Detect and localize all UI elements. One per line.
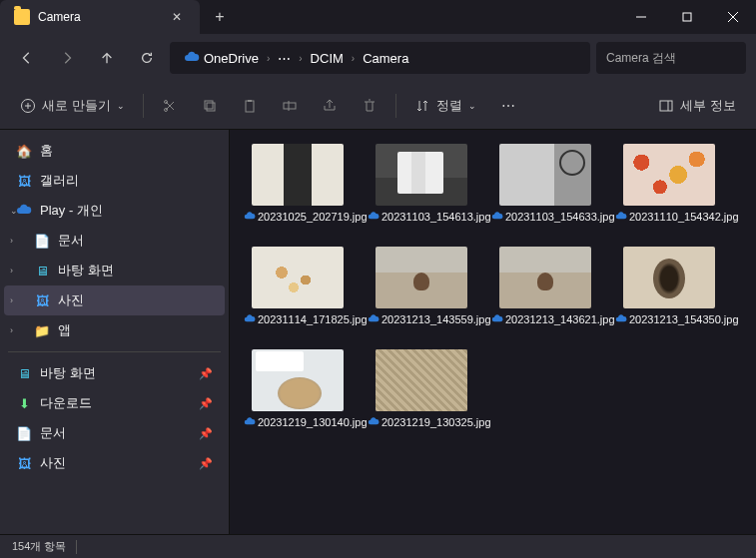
thumbnail [252, 247, 344, 308]
close-tab-icon[interactable]: ✕ [172, 10, 186, 24]
sort-button[interactable]: 정렬 ⌄ [404, 89, 486, 123]
file-name: 20231219_130140.jpg [244, 415, 352, 430]
details-pane-button[interactable]: 세부 정보 [648, 89, 746, 123]
sidebar-pin-downloads[interactable]: ⬇다운로드📌 [4, 388, 225, 418]
thumbnail [499, 247, 591, 308]
up-button[interactable] [90, 41, 124, 75]
sidebar-pin-pictures[interactable]: 🖼사진📌 [4, 448, 225, 478]
bc-dcim[interactable]: DCIM [307, 49, 348, 68]
forward-button[interactable] [50, 41, 84, 75]
chevron-right-icon[interactable]: › [10, 325, 13, 335]
file-grid[interactable]: 20231025_202719.jpg20231103_154613.jpg20… [230, 130, 756, 534]
tab-camera[interactable]: Camera ✕ [0, 0, 200, 34]
pin-icon: 📌 [199, 367, 213, 380]
document-icon: 📄 [34, 233, 50, 249]
thumbnail [376, 349, 467, 411]
sidebar-item-documents[interactable]: ›📄문서 [4, 226, 225, 256]
more-button[interactable]: ⋯ [490, 89, 526, 123]
file-name: 20231103_154613.jpg [368, 210, 475, 225]
item-count: 154개 항목 [12, 539, 66, 554]
file-name: 20231213_143559.jpg [368, 312, 475, 327]
pictures-icon: 🖼 [34, 292, 50, 308]
cut-button[interactable] [152, 89, 188, 123]
sidebar-pin-desktop[interactable]: 🖥바탕 화면📌 [4, 358, 225, 388]
minimize-button[interactable] [618, 0, 664, 34]
maximize-button[interactable] [664, 0, 710, 34]
navbar: OneDrive › ⋯ › DCIM › Camera Camera 검색 [0, 34, 756, 82]
sidebar-item-onedrive[interactable]: ⌄Play - 개인 [4, 196, 225, 226]
cloud-sync-icon [491, 313, 503, 325]
back-button[interactable] [10, 41, 44, 75]
svg-rect-9 [246, 101, 254, 112]
delete-button[interactable] [352, 89, 387, 123]
copy-button[interactable] [192, 89, 228, 123]
file-item[interactable]: 20231219_130140.jpg [244, 349, 352, 430]
svg-rect-11 [284, 103, 296, 109]
file-name: 20231213_154350.jpg [615, 312, 723, 327]
sort-icon [414, 98, 430, 114]
thumbnail [252, 144, 344, 206]
file-item[interactable]: 20231213_143559.jpg [368, 247, 475, 327]
file-item[interactable]: 20231213_143621.jpg [491, 247, 599, 327]
paste-button[interactable] [232, 89, 268, 123]
pin-icon: 📌 [199, 427, 213, 440]
thumbnail [376, 144, 467, 206]
sidebar-item-apps[interactable]: ›📁앱 [4, 315, 225, 345]
chevron-right-icon[interactable]: › [10, 266, 13, 276]
sidebar-item-desktop[interactable]: ›🖥바탕 화면 [4, 256, 225, 285]
sidebar-item-home[interactable]: 🏠홈 [4, 136, 225, 166]
divider [76, 540, 77, 554]
chevron-right-icon: › [267, 53, 270, 64]
sidebar-pin-documents[interactable]: 📄문서📌 [4, 418, 225, 448]
file-item[interactable]: 20231219_130325.jpg [368, 349, 475, 430]
pin-icon: 📌 [199, 457, 213, 470]
file-item[interactable]: 20231114_171825.jpg [244, 247, 352, 327]
share-button[interactable] [312, 89, 348, 123]
cloud-icon [184, 50, 200, 66]
status-bar: 154개 항목 [0, 534, 756, 558]
refresh-button[interactable] [130, 41, 164, 75]
file-name: 20231103_154633.jpg [491, 210, 599, 225]
cloud-sync-icon [491, 211, 503, 223]
cloud-icon [16, 203, 32, 219]
folder-icon: 📁 [34, 322, 50, 338]
search-input[interactable]: Camera 검색 [596, 42, 746, 74]
window-controls [618, 0, 756, 34]
file-name: 20231219_130325.jpg [368, 415, 475, 430]
sidebar-item-gallery[interactable]: 🖼갤러리 [4, 166, 225, 196]
new-button[interactable]: 새로 만들기 ⌄ [10, 89, 135, 123]
chevron-right-icon[interactable]: › [10, 295, 13, 305]
file-item[interactable]: 20231103_154633.jpg [491, 144, 599, 225]
home-icon: 🏠 [16, 143, 32, 159]
gallery-icon: 🖼 [16, 173, 32, 189]
bc-camera[interactable]: Camera [359, 49, 412, 68]
file-item[interactable]: 20231025_202719.jpg [244, 144, 352, 225]
cloud-sync-icon [368, 313, 379, 325]
divider [395, 94, 396, 118]
file-name: 20231114_171825.jpg [244, 312, 352, 327]
chevron-down-icon[interactable]: ⌄ [10, 206, 18, 216]
divider [8, 351, 221, 352]
bc-more[interactable]: ⋯ [274, 49, 295, 68]
thumbnail [252, 349, 344, 411]
file-item[interactable]: 20231103_154613.jpg [368, 144, 475, 225]
desktop-icon: 🖥 [34, 263, 50, 279]
tab-title: Camera [38, 10, 164, 24]
desktop-icon: 🖥 [16, 365, 32, 381]
file-name: 20231213_143621.jpg [491, 312, 599, 327]
file-item[interactable]: 20231213_154350.jpg [615, 247, 723, 327]
sidebar: 🏠홈 🖼갤러리 ⌄Play - 개인 ›📄문서 ›🖥바탕 화면 ›🖼사진 ›📁앱… [0, 130, 230, 534]
sidebar-item-pictures[interactable]: ›🖼사진 [4, 285, 225, 315]
bc-onedrive[interactable]: OneDrive [180, 48, 263, 68]
svg-rect-12 [660, 101, 672, 111]
breadcrumb[interactable]: OneDrive › ⋯ › DCIM › Camera [170, 42, 590, 74]
cloud-sync-icon [244, 416, 256, 428]
rename-button[interactable] [272, 89, 308, 123]
cloud-sync-icon [244, 211, 256, 223]
chevron-right-icon[interactable]: › [10, 236, 13, 246]
titlebar: Camera ✕ + [0, 0, 756, 34]
new-tab-button[interactable]: + [200, 8, 240, 26]
close-window-button[interactable] [710, 0, 756, 34]
cloud-sync-icon [368, 416, 379, 428]
file-item[interactable]: 20231110_154342.jpg [615, 144, 723, 225]
